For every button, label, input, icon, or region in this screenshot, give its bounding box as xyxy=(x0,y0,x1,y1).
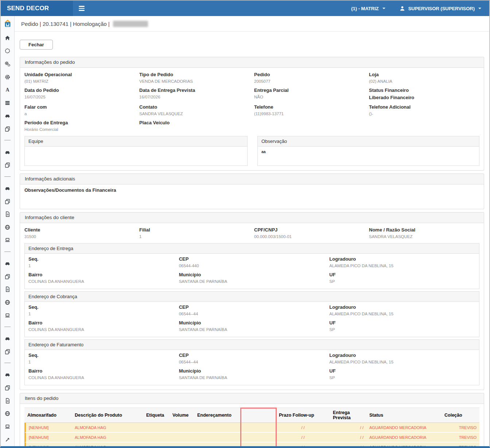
field-value: ALAMEDA PICO DA NEBLINA, 15 xyxy=(329,311,475,318)
field-label: Seq. xyxy=(28,351,175,359)
field-value: 16/07/2025 xyxy=(24,94,135,101)
app-window: SEND DECOR (1) - MATRIZ SUPERVISOR (SUPE… xyxy=(0,0,490,448)
sidebar-item-copy[interactable] xyxy=(1,345,14,358)
field: LogradouroALAMEDA PICO DA NEBLINA, 15 xyxy=(329,303,475,318)
sidebar-item-copy[interactable] xyxy=(1,381,14,394)
top-navbar: SEND DECOR (1) - MATRIZ SUPERVISOR (SUPE… xyxy=(1,1,489,16)
order-info-title: Informações do pedido xyxy=(20,57,484,68)
field-label: CEP xyxy=(179,254,325,262)
sidebar-item-car[interactable] xyxy=(1,109,14,122)
field xyxy=(369,118,479,134)
address-title: Endereço de Faturamento xyxy=(25,340,479,350)
field-label: Bairro xyxy=(28,318,175,326)
sidebar-item-car[interactable] xyxy=(1,257,14,270)
items-row[interactable]: [NENHUM]ALMOFADA HAG/ // /AGUARDANDO MER… xyxy=(24,443,479,446)
items-row[interactable]: [NENHUM]ALMOFADA HAG/ // /AGUARDANDO MER… xyxy=(24,423,479,433)
field-value: 1 xyxy=(28,311,175,318)
sidebar-item-document[interactable] xyxy=(1,208,14,221)
field-value: 31500 xyxy=(24,233,135,241)
field: UFSP xyxy=(329,366,475,382)
sidebar-item-car[interactable] xyxy=(1,145,14,159)
additional-info-title: Informações adicionais xyxy=(20,174,484,184)
car-icon xyxy=(4,113,11,119)
sidebar-item-car[interactable] xyxy=(1,368,14,381)
field-value: (02) ANALIA xyxy=(369,78,479,86)
sidebar-menu: A xyxy=(1,16,15,446)
brand-logo[interactable]: SEND DECOR xyxy=(1,1,73,16)
user-menu[interactable]: SUPERVISOR (SUPERVISOR) xyxy=(399,5,481,12)
items-cell: / / xyxy=(330,423,366,433)
items-col-header: Status xyxy=(366,408,442,423)
items-cell: TREVISO xyxy=(442,443,479,446)
items-cell xyxy=(194,423,241,433)
sidebar-item-copy[interactable] xyxy=(1,195,14,208)
app-logo[interactable] xyxy=(1,16,14,31)
items-table: AlmoxarifadoDescrição do ProdutoEtiqueta… xyxy=(24,408,479,446)
field: Tipo de PedidoVENDA DE MERCADORIAS xyxy=(139,70,250,86)
sidebar-item-cogs[interactable] xyxy=(1,58,14,71)
sidebar-item-document[interactable] xyxy=(1,394,14,407)
sidebar-item-wrench[interactable] xyxy=(1,433,14,446)
sidebar-item-copy[interactable] xyxy=(1,159,14,172)
sidebar-item-car[interactable] xyxy=(1,182,14,195)
field-value: COLINAS DA ANHANGUERA xyxy=(28,374,175,382)
items-cell: / / xyxy=(276,423,330,433)
sidebar-item-copy[interactable] xyxy=(1,122,14,136)
field-value: SP xyxy=(329,278,475,286)
items-cell: AGUARDANDO MERCADORIA xyxy=(366,433,442,443)
field: MunicípioSANTANA DE PARNAÍBA xyxy=(179,270,325,286)
sidebar-item-globe[interactable] xyxy=(1,407,14,420)
field-label: Município xyxy=(179,318,325,326)
sidebar-item-globe[interactable] xyxy=(1,221,14,234)
field-value: 2005077 xyxy=(254,78,365,86)
field-value: COLINAS DA ANHANGUERA xyxy=(28,278,175,286)
sidebar-item-laptop[interactable] xyxy=(1,420,14,433)
field-value: SANTANA DE PARNAÍBA xyxy=(179,278,325,286)
items-cell xyxy=(241,423,276,433)
sidebar-item-home[interactable] xyxy=(1,31,14,44)
breadcrumb: Pedido | 20.130741 | Homologação | xyxy=(15,16,489,32)
field-label: Contato xyxy=(139,102,250,110)
observacao-title: Observação xyxy=(258,136,479,147)
field-value: SANDRA VELASQUEZ xyxy=(369,233,479,241)
brand-label: SEND DECOR xyxy=(7,5,49,12)
sidebar-item-copy[interactable] xyxy=(1,270,14,283)
sidebar-item-list[interactable] xyxy=(1,97,14,110)
sidebar-toggle-button[interactable] xyxy=(73,1,90,16)
copy-icon xyxy=(4,198,11,204)
sidebar-item-document[interactable] xyxy=(1,283,14,296)
sidebar-item-car[interactable] xyxy=(1,332,14,345)
field-label: Loja xyxy=(369,70,479,78)
equipe-title: Equipe xyxy=(25,136,247,147)
field: Seq.1 xyxy=(28,254,175,270)
field: Período de EntregaHorário Comercial xyxy=(24,118,135,134)
unit-selector[interactable]: (1) - MATRIZ xyxy=(351,6,385,11)
items-cell xyxy=(194,433,241,443)
field-value: Liberado Financeiro xyxy=(369,94,479,102)
field: Seq.1 xyxy=(28,303,175,318)
main-area: Pedido | 20.130741 | Homologação | Fecha… xyxy=(15,16,489,446)
items-cell: ALMOFADA HAG xyxy=(72,443,143,446)
sidebar-item-font[interactable]: A xyxy=(1,83,14,97)
field-label: CPF/CNPJ xyxy=(254,225,365,233)
items-row[interactable]: [NENHUM]ALMOFADA HAG/ // /AGUARDANDO MER… xyxy=(24,433,479,443)
items-cell: ALMOFADA HAG xyxy=(72,423,143,433)
field: Cliente31500 xyxy=(24,225,135,241)
font-icon: A xyxy=(4,87,11,93)
field-label: Tipo de Pedido xyxy=(139,70,250,78)
navbar-right: (1) - MATRIZ SUPERVISOR (SUPERVISOR) xyxy=(351,1,489,16)
field-value: ()- xyxy=(369,110,479,118)
field-label: UF xyxy=(329,270,475,278)
laptop-icon xyxy=(4,237,11,243)
sidebar-item-globe[interactable] xyxy=(1,296,14,309)
field: UFSP xyxy=(329,318,475,334)
equipe-box: Equipe xyxy=(24,136,248,166)
field: MunicípioSANTANA DE PARNAÍBA xyxy=(179,318,325,334)
address-box: Endereço de EntregaSeq.1CEP06544-440Logr… xyxy=(24,243,479,289)
fechar-button[interactable]: Fechar xyxy=(20,40,53,50)
field: Placa Veículo xyxy=(139,118,250,134)
sidebar-item-laptop[interactable] xyxy=(1,234,14,247)
sidebar-item-spinner[interactable] xyxy=(1,44,14,58)
sidebar-item-laptop[interactable] xyxy=(1,309,14,322)
sidebar-item-gear[interactable] xyxy=(1,70,14,83)
